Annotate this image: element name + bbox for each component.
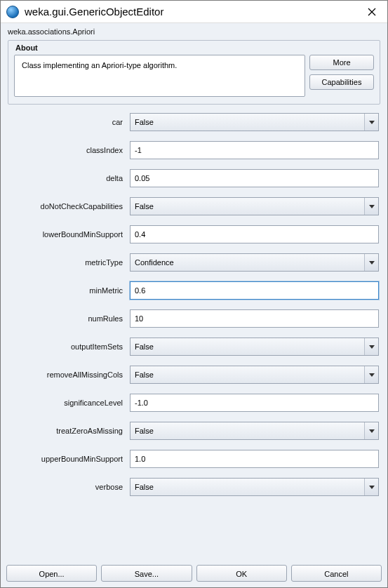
- param-label-doNotCheckCapabilities: doNotCheckCapabilities: [9, 202, 130, 211]
- param-row-outputItemSets: outputItemSetsFalse: [9, 338, 379, 356]
- param-input-lowerBoundMinSupport[interactable]: [130, 225, 379, 243]
- param-field-upperBoundMinSupport: [130, 450, 379, 468]
- param-row-upperBoundMinSupport: upperBoundMinSupport: [9, 450, 379, 468]
- chevron-down-icon[interactable]: [364, 338, 378, 355]
- param-row-metricType: metricTypeConfidence: [9, 253, 379, 272]
- param-row-doNotCheckCapabilities: doNotCheckCapabilitiesFalse: [9, 197, 379, 215]
- capabilities-button[interactable]: Capabilities: [309, 74, 374, 90]
- about-legend: About: [14, 44, 374, 55]
- param-field-lowerBoundMinSupport: [130, 225, 379, 243]
- param-row-classIndex: classIndex: [9, 141, 379, 159]
- param-field-treatZeroAsMissing: False: [130, 422, 379, 440]
- chevron-down-icon[interactable]: [364, 114, 378, 131]
- param-select-verbose[interactable]: False: [130, 478, 379, 496]
- param-label-verbose: verbose: [9, 483, 130, 491]
- param-row-removeAllMissingCols: removeAllMissingColsFalse: [9, 366, 379, 384]
- param-select-treatZeroAsMissing[interactable]: False: [130, 422, 379, 440]
- chevron-down-icon[interactable]: [364, 479, 378, 495]
- param-input-classIndex[interactable]: [130, 141, 379, 159]
- param-select-removeAllMissingCols[interactable]: False: [130, 366, 379, 384]
- param-label-minMetric: minMetric: [9, 286, 130, 295]
- svg-marker-5: [369, 345, 375, 349]
- param-field-delta: [130, 169, 379, 187]
- param-select-metricType[interactable]: Confidence: [130, 253, 379, 272]
- param-label-significanceLevel: significanceLevel: [9, 399, 130, 407]
- param-label-removeAllMissingCols: removeAllMissingCols: [9, 370, 130, 379]
- open-button[interactable]: Open...: [6, 565, 97, 582]
- param-row-car: carFalse: [9, 113, 379, 131]
- param-label-metricType: metricType: [9, 258, 130, 267]
- chevron-down-icon[interactable]: [364, 254, 378, 271]
- param-row-lowerBoundMinSupport: lowerBoundMinSupport: [9, 225, 379, 243]
- param-row-numRules: numRules: [9, 309, 379, 328]
- footer-buttons: Open... Save... OK Cancel: [1, 561, 387, 587]
- param-label-treatZeroAsMissing: treatZeroAsMissing: [9, 427, 130, 435]
- svg-marker-7: [369, 429, 375, 433]
- param-row-treatZeroAsMissing: treatZeroAsMissingFalse: [9, 422, 379, 440]
- generic-object-editor-window: weka.gui.GenericObjectEditor weka.associ…: [0, 0, 388, 588]
- titlebar: weka.gui.GenericObjectEditor: [1, 1, 387, 23]
- weka-icon: [6, 6, 19, 18]
- close-button[interactable]: [362, 5, 382, 19]
- chevron-down-icon[interactable]: [364, 422, 378, 439]
- classpath-label: weka.associations.Apriori: [1, 23, 387, 39]
- about-group: About Class implementing an Apriori-type…: [8, 40, 380, 105]
- param-select-outputItemSets[interactable]: False: [130, 338, 379, 356]
- param-label-lowerBoundMinSupport: lowerBoundMinSupport: [9, 230, 130, 239]
- param-row-delta: delta: [9, 169, 379, 187]
- param-label-delta: delta: [9, 174, 130, 182]
- param-label-classIndex: classIndex: [9, 146, 130, 154]
- more-button[interactable]: More: [309, 55, 374, 70]
- param-select-car[interactable]: False: [130, 113, 379, 131]
- param-row-significanceLevel: significanceLevel: [9, 394, 379, 412]
- param-label-car: car: [9, 118, 130, 126]
- param-field-car: False: [130, 113, 379, 131]
- close-icon: [368, 8, 376, 16]
- param-input-significanceLevel[interactable]: [130, 394, 379, 412]
- svg-marker-8: [369, 486, 375, 489]
- param-field-classIndex: [130, 141, 379, 159]
- param-field-removeAllMissingCols: False: [130, 366, 379, 384]
- save-button[interactable]: Save...: [101, 565, 192, 582]
- param-input-minMetric[interactable]: [130, 281, 379, 300]
- param-row-minMetric: minMetric: [9, 281, 379, 300]
- window-title: weka.gui.GenericObjectEditor: [25, 6, 362, 18]
- content-area: weka.associations.Apriori About Class im…: [1, 23, 387, 587]
- chevron-down-icon[interactable]: [364, 366, 378, 383]
- about-description: Class implementing an Apriori-type algor…: [14, 55, 305, 97]
- param-input-upperBoundMinSupport[interactable]: [130, 450, 379, 468]
- param-row-verbose: verboseFalse: [9, 478, 379, 496]
- param-field-metricType: Confidence: [130, 253, 379, 272]
- param-label-upperBoundMinSupport: upperBoundMinSupport: [9, 455, 130, 463]
- param-field-significanceLevel: [130, 394, 379, 412]
- cancel-button[interactable]: Cancel: [291, 565, 382, 582]
- param-input-numRules[interactable]: [130, 309, 379, 328]
- param-field-minMetric: [130, 281, 379, 300]
- svg-marker-2: [369, 121, 375, 124]
- param-input-delta[interactable]: [130, 169, 379, 187]
- parameters-panel: carFalseclassIndexdeltadoNotCheckCapabil…: [1, 110, 387, 561]
- param-field-verbose: False: [130, 478, 379, 496]
- param-label-outputItemSets: outputItemSets: [9, 342, 130, 351]
- param-field-numRules: [130, 309, 379, 328]
- svg-marker-3: [369, 205, 375, 208]
- param-field-outputItemSets: False: [130, 338, 379, 356]
- param-select-doNotCheckCapabilities[interactable]: False: [130, 197, 379, 215]
- param-label-numRules: numRules: [9, 314, 130, 323]
- param-field-doNotCheckCapabilities: False: [130, 197, 379, 215]
- svg-marker-4: [369, 261, 375, 265]
- chevron-down-icon[interactable]: [364, 198, 378, 215]
- ok-button[interactable]: OK: [196, 565, 287, 582]
- svg-marker-6: [369, 373, 375, 377]
- about-buttons: More Capabilities: [309, 55, 374, 97]
